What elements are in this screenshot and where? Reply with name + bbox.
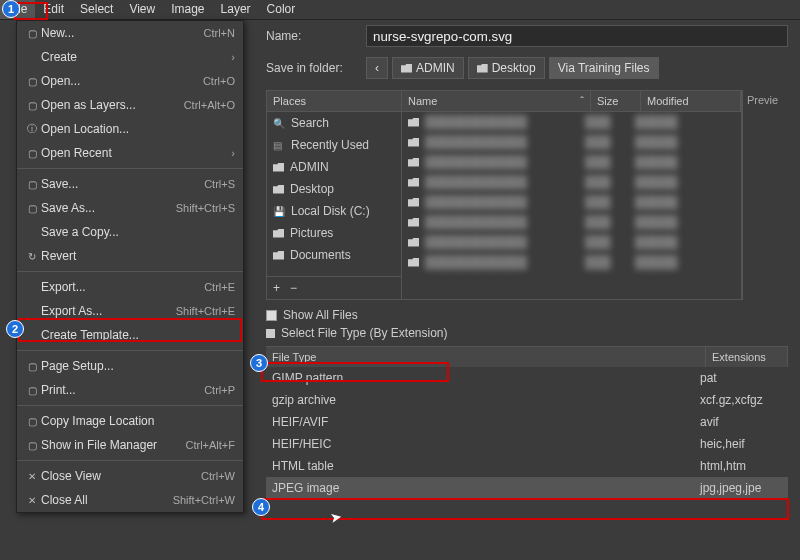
- file-name: ████████████: [425, 195, 527, 209]
- crumb-desktop[interactable]: Desktop: [468, 57, 545, 79]
- menu-item-create[interactable]: Create›: [17, 45, 243, 69]
- filetype-row-avif[interactable]: HEIF/AVIFavif: [266, 411, 788, 433]
- place-search[interactable]: 🔍Search: [267, 112, 401, 134]
- crumb-current[interactable]: Via Training Files: [549, 57, 659, 79]
- menu-item-icon: ▢: [23, 76, 41, 87]
- select-file-type-toggle[interactable]: Select File Type (By Extension): [266, 324, 788, 342]
- show-all-files-toggle[interactable]: Show All Files: [266, 306, 788, 324]
- file-row[interactable]: ████████████████████: [402, 192, 741, 212]
- menu-item-open-location[interactable]: ⓘOpen Location...: [17, 117, 243, 141]
- menu-item-label: Show in File Manager: [41, 438, 185, 452]
- place-pictures[interactable]: Pictures: [267, 222, 401, 244]
- col-modified[interactable]: Modified: [641, 91, 741, 111]
- name-label: Name:: [266, 29, 356, 43]
- file-name: ████████████: [425, 175, 527, 189]
- place-documents[interactable]: Documents: [267, 244, 401, 266]
- menu-item-open-as-layers[interactable]: ▢Open as Layers...Ctrl+Alt+O: [17, 93, 243, 117]
- menu-item-accel: Ctrl+P: [204, 384, 235, 396]
- menu-item-icon: ▢: [23, 361, 41, 372]
- file-name: ████████████: [425, 155, 527, 169]
- filetype-row-heic[interactable]: HEIF/HEICheic,heif: [266, 433, 788, 455]
- menu-separator: [17, 271, 243, 272]
- folder-icon: [401, 64, 412, 73]
- menu-item-close-view[interactable]: ✕Close ViewCtrl+W: [17, 464, 243, 488]
- filename-input[interactable]: [366, 25, 788, 47]
- menu-view[interactable]: View: [121, 0, 163, 19]
- menu-item-accel: Shift+Ctrl+S: [176, 202, 235, 214]
- col-name[interactable]: Nameˆ: [402, 91, 591, 111]
- menu-item-icon: ▢: [23, 148, 41, 159]
- menu-item-save-as[interactable]: ▢Save As...Shift+Ctrl+S: [17, 196, 243, 220]
- place-icon: 💾: [273, 206, 285, 217]
- menu-image[interactable]: Image: [163, 0, 212, 19]
- menu-item-label: Close All: [41, 493, 173, 507]
- menu-item-label: Copy Image Location: [41, 414, 235, 428]
- places-remove-button[interactable]: −: [290, 281, 297, 295]
- filetype-name: gzip archive: [272, 393, 700, 407]
- menu-item-accel: Ctrl+W: [201, 470, 235, 482]
- file-row[interactable]: ████████████████████: [402, 152, 741, 172]
- menu-item-icon: ✕: [23, 471, 41, 482]
- menu-select[interactable]: Select: [72, 0, 121, 19]
- col-file-type[interactable]: File Type: [266, 347, 706, 367]
- menu-item-label: Open Location...: [41, 122, 235, 136]
- menu-separator: [17, 350, 243, 351]
- file-row[interactable]: ████████████████████: [402, 132, 741, 152]
- menu-item-revert[interactable]: ↻Revert: [17, 244, 243, 268]
- crumb-admin[interactable]: ADMIN: [392, 57, 464, 79]
- place-label: Pictures: [290, 226, 333, 240]
- col-extensions[interactable]: Extensions: [706, 347, 788, 367]
- menu-item-export[interactable]: Export...Ctrl+E: [17, 275, 243, 299]
- menu-item-open-recent[interactable]: ▢Open Recent›: [17, 141, 243, 165]
- menu-item-save-a-copy[interactable]: Save a Copy...: [17, 220, 243, 244]
- file-size: ███: [585, 115, 635, 129]
- filetype-row-html[interactable]: HTML tablehtml,htm: [266, 455, 788, 477]
- menu-item-create-template[interactable]: Create Template...: [17, 323, 243, 347]
- menu-item-export-as[interactable]: Export As...Shift+Ctrl+E: [17, 299, 243, 323]
- menu-item-icon: ▢: [23, 179, 41, 190]
- menu-item-save[interactable]: ▢Save...Ctrl+S: [17, 172, 243, 196]
- menu-color[interactable]: Color: [259, 0, 304, 19]
- menu-item-show-in-file-manager[interactable]: ▢Show in File ManagerCtrl+Alt+F: [17, 433, 243, 457]
- menu-item-new[interactable]: ▢New...Ctrl+N: [17, 21, 243, 45]
- menu-edit[interactable]: Edit: [35, 0, 72, 19]
- filetype-row-xcf.gz[interactable]: gzip archivexcf.gz,xcfgz: [266, 389, 788, 411]
- callout-2: 2: [6, 320, 24, 338]
- menu-item-label: Create: [41, 50, 231, 64]
- export-dialog: Name: Save in folder: ‹ ADMIN Desktop Vi…: [258, 20, 796, 556]
- menu-item-label: Close View: [41, 469, 201, 483]
- menu-item-copy-image-location[interactable]: ▢Copy Image Location: [17, 409, 243, 433]
- place-recently-used[interactable]: ▤Recently Used: [267, 134, 401, 156]
- place-icon: ▤: [273, 140, 285, 151]
- file-row[interactable]: ████████████████████: [402, 112, 741, 132]
- places-add-button[interactable]: +: [273, 281, 280, 295]
- filetype-row-jpg[interactable]: JPEG imagejpg,jpeg,jpe: [266, 477, 788, 499]
- filetype-row-pat[interactable]: GIMP patternpat: [266, 367, 788, 389]
- file-row[interactable]: ████████████████████: [402, 252, 741, 272]
- file-modified: █████: [635, 175, 735, 189]
- col-size[interactable]: Size: [591, 91, 641, 111]
- folder-icon: [273, 185, 284, 194]
- menu-layer[interactable]: Layer: [213, 0, 259, 19]
- menu-item-open[interactable]: ▢Open...Ctrl+O: [17, 69, 243, 93]
- menu-item-label: Save...: [41, 177, 204, 191]
- menu-separator: [17, 168, 243, 169]
- filetype-name: HEIF/AVIF: [272, 415, 700, 429]
- place-local-disk-c[interactable]: 💾Local Disk (C:): [267, 200, 401, 222]
- place-admin[interactable]: ADMIN: [267, 156, 401, 178]
- menu-item-print[interactable]: ▢Print...Ctrl+P: [17, 378, 243, 402]
- filetype-ext: heic,heif: [700, 437, 782, 451]
- file-row[interactable]: ████████████████████: [402, 232, 741, 252]
- file-row[interactable]: ████████████████████: [402, 212, 741, 232]
- file-modified: █████: [635, 115, 735, 129]
- callout-3: 3: [250, 354, 268, 372]
- file-size: ███: [585, 255, 635, 269]
- filetype-name: JPEG image: [272, 481, 700, 495]
- place-desktop[interactable]: Desktop: [267, 178, 401, 200]
- crumb-back[interactable]: ‹: [366, 57, 388, 79]
- file-row[interactable]: ████████████████████: [402, 172, 741, 192]
- filetype-name: GIMP pattern: [272, 371, 700, 385]
- menu-item-close-all[interactable]: ✕Close AllShift+Ctrl+W: [17, 488, 243, 512]
- menu-item-page-setup[interactable]: ▢Page Setup...: [17, 354, 243, 378]
- filetype-ext: jpg,jpeg,jpe: [700, 481, 782, 495]
